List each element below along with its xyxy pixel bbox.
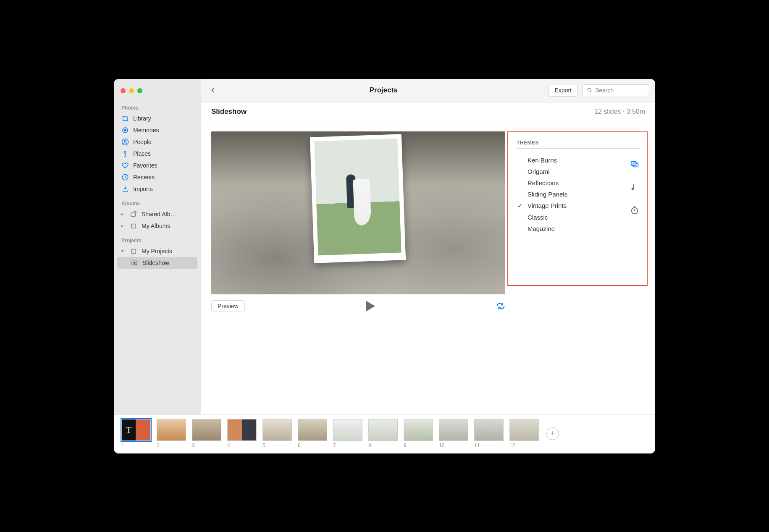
sidebar-item-people[interactable]: People [114, 136, 201, 148]
thumbnail-4[interactable]: 4 [227, 419, 257, 448]
sidebar-item-slideshow[interactable]: Slideshow [117, 257, 197, 269]
svg-point-16 [632, 207, 638, 214]
theme-option-magazine[interactable]: Magazine [517, 223, 623, 234]
theme-label: Classic [528, 214, 548, 221]
sidebar-item-memories[interactable]: Memories [114, 124, 201, 136]
sidebar-item-shared-albums[interactable]: ▸ Shared Alb… [114, 208, 201, 220]
thumbnail-number: 2 [157, 443, 186, 448]
loop-button[interactable] [496, 301, 505, 311]
themes-panel: THEMES Ken Burns Origami Reflections Sli… [507, 131, 648, 286]
subheader: Slideshow 12 slides · 3:50m [201, 102, 655, 121]
thumbnail-12[interactable]: 12 [509, 419, 539, 448]
add-slide-button[interactable]: + [546, 427, 559, 440]
sidebar-item-label: People [133, 139, 152, 145]
theme-label: Magazine [528, 225, 555, 232]
sidebar-item-recents[interactable]: Recents [114, 171, 201, 183]
sidebar-item-label: Places [133, 150, 151, 157]
back-button[interactable] [207, 84, 219, 96]
sidebar-item-label: Imports [133, 186, 153, 192]
sidebar-section-photos: Photos Library Memories People Places Fa… [114, 101, 201, 197]
chevron-down-icon[interactable]: ▾ [121, 249, 126, 253]
themes-tab-icon[interactable] [630, 160, 639, 169]
preview-button[interactable]: Preview [211, 300, 245, 312]
theme-option-sliding-panels[interactable]: Sliding Panels [517, 189, 623, 200]
thumbnail-image [439, 419, 468, 441]
sidebar-item-places[interactable]: Places [114, 148, 201, 160]
theme-option-origami[interactable]: Origami [517, 166, 623, 177]
play-button[interactable] [366, 301, 375, 312]
thumbnail-number: 7 [333, 443, 362, 448]
check-icon: ✓ [517, 202, 523, 210]
thumbnail-number: 5 [262, 443, 292, 448]
thumbnail-3[interactable]: 3 [192, 419, 221, 448]
svg-marker-12 [134, 262, 136, 264]
project-meta: 12 slides · 3:50m [594, 108, 645, 115]
thumbnail-image [157, 419, 186, 441]
sidebar: Photos Library Memories People Places Fa… [114, 79, 201, 453]
page-title: Projects [219, 86, 549, 94]
sidebar-item-label: Recents [133, 174, 155, 181]
thumbnail-number: 3 [192, 443, 221, 448]
search-input[interactable]: Search [582, 84, 649, 96]
thumbnail-image [404, 419, 433, 441]
theme-option-ken-burns[interactable]: Ken Burns [517, 155, 623, 166]
thumbnail-6[interactable]: 6 [298, 419, 327, 448]
thumbnail-number: 9 [404, 443, 433, 448]
inspector-tabs [629, 155, 640, 234]
content-area: Preview THEMES Ken Burns Origami Reflect… [201, 121, 655, 453]
svg-rect-9 [131, 224, 136, 228]
thumbnail-7[interactable]: 7 [333, 419, 362, 448]
svg-point-5 [124, 151, 126, 153]
library-icon [121, 115, 129, 122]
sidebar-item-my-albums[interactable]: ▸ My Albums [114, 220, 201, 232]
theme-option-reflections[interactable]: Reflections [517, 177, 623, 189]
export-button[interactable]: Export [549, 84, 578, 97]
thumbnail-image [227, 419, 257, 441]
slideshow-preview[interactable] [211, 131, 505, 294]
toolbar: Projects Export Search [201, 79, 655, 102]
sidebar-item-library[interactable]: Library [114, 113, 201, 124]
svg-marker-2 [125, 129, 127, 131]
thumbnail-2[interactable]: 2 [157, 419, 186, 448]
theme-option-vintage-prints[interactable]: ✓Vintage Prints [517, 200, 623, 212]
chevron-right-icon[interactable]: ▸ [121, 223, 126, 228]
thumbnail-image [333, 419, 362, 441]
theme-label: Vintage Prints [528, 202, 567, 209]
sidebar-item-imports[interactable]: Imports [114, 183, 201, 195]
thumbnail-image [298, 419, 327, 441]
theme-label: Origami [528, 168, 550, 175]
thumbnail-number: 10 [439, 443, 468, 448]
thumbnail-number: 11 [474, 443, 504, 448]
thumbnail-1[interactable]: 1 [121, 419, 151, 448]
project-folder-icon [130, 247, 137, 255]
thumbnail-9[interactable]: 9 [404, 419, 433, 448]
thumbnail-10[interactable]: 10 [439, 419, 468, 448]
favorites-icon [121, 162, 129, 169]
search-icon [587, 87, 593, 93]
thumbnail-8[interactable]: 8 [368, 419, 398, 448]
theme-option-classic[interactable]: Classic [517, 212, 623, 223]
people-icon [121, 138, 129, 146]
sidebar-item-favorites[interactable]: Favorites [114, 160, 201, 171]
thumbnail-image [368, 419, 398, 441]
sidebar-item-my-projects[interactable]: ▾ My Projects [114, 245, 201, 257]
places-icon [121, 150, 129, 157]
main-content: Projects Export Search Slideshow 12 slid… [201, 79, 655, 453]
thumbnail-11[interactable]: 11 [474, 419, 504, 448]
thumbnail-number: 4 [227, 443, 257, 448]
sidebar-item-label: Favorites [133, 162, 157, 169]
sidebar-heading-photos: Photos [114, 102, 201, 113]
thumbnail-number: 6 [298, 443, 327, 448]
thumbnail-5[interactable]: 5 [262, 419, 292, 448]
minimize-window-button[interactable] [129, 88, 134, 93]
sidebar-item-label: My Albums [142, 223, 170, 229]
preview-photo-subject [344, 171, 372, 226]
sidebar-section-projects: Projects ▾ My Projects Slideshow [114, 233, 201, 270]
zoom-window-button[interactable] [137, 88, 142, 93]
music-tab-icon[interactable] [630, 183, 639, 191]
chevron-right-icon[interactable]: ▸ [121, 212, 126, 216]
close-window-button[interactable] [121, 88, 126, 93]
duration-tab-icon[interactable] [630, 206, 639, 215]
thumbnail-image [474, 419, 504, 441]
sidebar-heading-albums: Albums [114, 198, 201, 208]
